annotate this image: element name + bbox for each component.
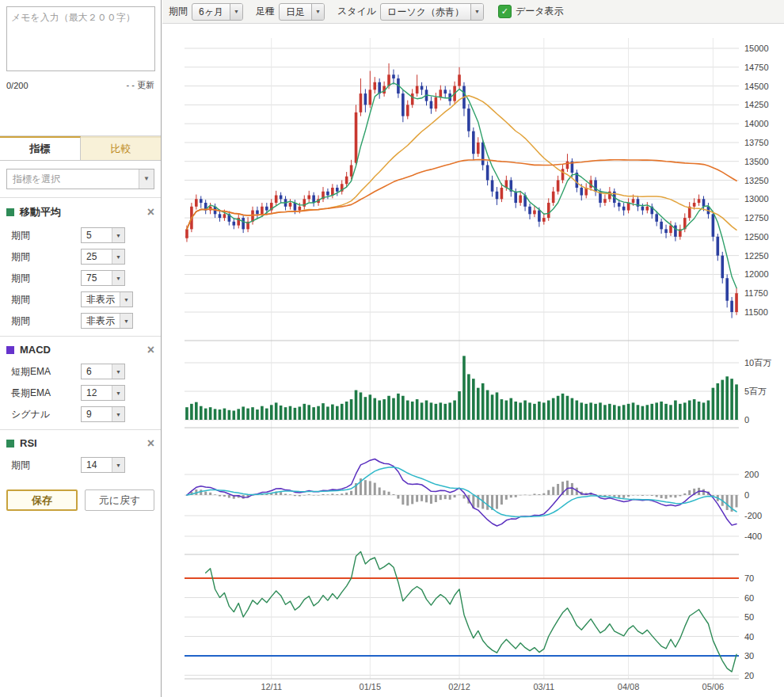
memo-counter: 0/200 [6, 81, 29, 90]
svg-text:12750: 12750 [744, 213, 769, 223]
svg-text:20: 20 [744, 671, 754, 680]
svg-text:02/12: 02/12 [448, 682, 470, 691]
svg-text:5百万: 5百万 [744, 387, 767, 396]
chevron-down-icon: ▼ [311, 4, 324, 20]
svg-text:12500: 12500 [744, 232, 769, 242]
svg-text:13500: 13500 [744, 157, 769, 166]
macd-slow-select[interactable]: 12▼ [81, 385, 125, 401]
sma-period-4-select[interactable]: 非表示▼ [81, 291, 133, 307]
svg-text:14750: 14750 [744, 63, 769, 72]
macd-fast-select[interactable]: 6▼ [81, 364, 125, 379]
svg-text:40: 40 [744, 632, 754, 642]
close-icon[interactable]: × [147, 207, 154, 218]
period-select[interactable]: 6ヶ月▼ [192, 3, 243, 21]
memo-update-label: 更新 [137, 80, 154, 90]
sma-period-1-select[interactable]: 5▼ [81, 227, 125, 243]
svg-text:0: 0 [744, 415, 749, 425]
rsi-period-label: 期間 [11, 459, 81, 472]
sma-period-2-select[interactable]: 25▼ [81, 249, 125, 265]
chart-application: 0/200 - - 更新 指標 比較 指標を選択 ▼ 移動平均 × 期間 5▼ [0, 0, 784, 697]
chevron-down-icon: ▼ [470, 4, 483, 20]
data-display-checkbox[interactable]: ✓ [498, 5, 512, 18]
panel-moving-average: 移動平均 × 期間 5▼ 期間 25▼ 期間 75▼ 期間 非表示▼ 期間 非表… [0, 197, 161, 336]
memo-update-button[interactable]: - - 更新 [127, 79, 154, 91]
sma-period-1-label: 期間 [11, 229, 81, 242]
svg-text:11500: 11500 [744, 307, 768, 317]
style-select[interactable]: ローソク（赤青）▼ [380, 3, 484, 21]
sma-period-5-select[interactable]: 非表示▼ [81, 313, 133, 329]
svg-text:01/15: 01/15 [360, 682, 382, 691]
svg-text:11750: 11750 [744, 288, 768, 298]
svg-text:05/06: 05/06 [702, 682, 725, 691]
chevron-down-icon: ▼ [230, 4, 242, 20]
panel-rsi: RSI × 期間 14▼ [0, 429, 161, 480]
rsi-period-select[interactable]: 14▼ [81, 457, 125, 473]
svg-text:04/08: 04/08 [618, 682, 640, 691]
svg-text:13750: 13750 [744, 138, 769, 147]
svg-text:03/11: 03/11 [533, 682, 554, 691]
memo-input[interactable] [6, 6, 155, 71]
save-button[interactable]: 保存 [6, 489, 78, 511]
chevron-down-icon: ▼ [112, 271, 124, 285]
sma-period-4-label: 期間 [11, 293, 81, 307]
svg-text:13000: 13000 [744, 194, 769, 204]
chevron-down-icon: ▼ [120, 314, 132, 328]
reset-button[interactable]: 元に戻す [85, 489, 154, 511]
panel-title-sma: 移動平均 [20, 205, 61, 219]
x-axis-labels: 12/1101/1502/1203/1104/0805/06 [261, 682, 724, 691]
svg-text:12000: 12000 [744, 269, 769, 279]
chevron-down-icon: ▼ [139, 169, 154, 189]
tab-compare[interactable]: 比較 [81, 136, 161, 160]
memo-update-prefix: - - [127, 80, 135, 90]
chevron-down-icon: ▼ [112, 364, 124, 379]
svg-text:50: 50 [744, 612, 754, 622]
data-display-label: データ表示 [516, 5, 564, 18]
svg-text:60: 60 [744, 593, 754, 603]
panel-macd: MACD × 短期EMA 6▼ 長期EMA 12▼ シグナル 9▼ [0, 336, 161, 429]
tab-indicator[interactable]: 指標 [0, 136, 81, 160]
panel-title-macd: MACD [20, 344, 51, 356]
macd-color-swatch [6, 346, 14, 354]
svg-text:0: 0 [744, 490, 749, 500]
sma-period-3-label: 期間 [11, 272, 81, 285]
rsi-pane [185, 552, 739, 672]
indicator-select-placeholder: 指標を選択 [7, 173, 60, 186]
bartype-label: 足種 [256, 5, 275, 18]
close-icon[interactable]: × [147, 345, 154, 356]
svg-text:-400: -400 [744, 531, 762, 541]
stock-chart[interactable]: 1500014750145001425014000137501350013250… [162, 24, 784, 697]
panel-title-rsi: RSI [20, 437, 37, 449]
check-icon: ✓ [501, 6, 508, 16]
svg-text:10百万: 10百万 [744, 358, 771, 368]
svg-text:14250: 14250 [744, 100, 769, 109]
period-label: 期間 [169, 5, 188, 18]
sma-period-2-label: 期間 [11, 250, 81, 264]
chevron-down-icon: ▼ [112, 407, 124, 421]
sma-period-3-select[interactable]: 75▼ [81, 270, 125, 286]
chevron-down-icon: ▼ [120, 292, 132, 307]
svg-text:-200: -200 [744, 511, 762, 520]
svg-text:12250: 12250 [744, 251, 769, 261]
volume-pane [185, 356, 738, 420]
rsi-color-swatch [6, 440, 14, 448]
sma-period-5-label: 期間 [11, 314, 81, 328]
svg-text:14000: 14000 [744, 119, 769, 128]
chevron-down-icon: ▼ [112, 386, 124, 400]
grid [185, 38, 739, 679]
svg-text:15000: 15000 [744, 44, 769, 53]
close-icon[interactable]: × [147, 438, 154, 449]
indicator-select[interactable]: 指標を選択 ▼ [6, 169, 154, 189]
macd-signal-select[interactable]: 9▼ [81, 406, 125, 422]
chart-toolbar: 期間 6ヶ月▼ 足種 日足▼ スタイル ローソク（赤青）▼ ✓ データ表示 [162, 0, 784, 24]
sma-color-swatch [6, 208, 14, 216]
chevron-down-icon: ▼ [112, 228, 124, 242]
svg-text:12/11: 12/11 [261, 682, 282, 691]
macd-slow-label: 長期EMA [11, 387, 81, 400]
chart-main: 期間 6ヶ月▼ 足種 日足▼ スタイル ローソク（赤青）▼ ✓ データ表示 15… [162, 0, 784, 697]
svg-text:13250: 13250 [744, 176, 769, 185]
memo-block: 0/200 - - 更新 [0, 0, 161, 91]
style-label: スタイル [337, 5, 376, 18]
axis-labels: 1500014750145001425014000137501350013250… [744, 44, 771, 680]
price-pane [185, 63, 738, 318]
bartype-select[interactable]: 日足▼ [279, 3, 325, 21]
